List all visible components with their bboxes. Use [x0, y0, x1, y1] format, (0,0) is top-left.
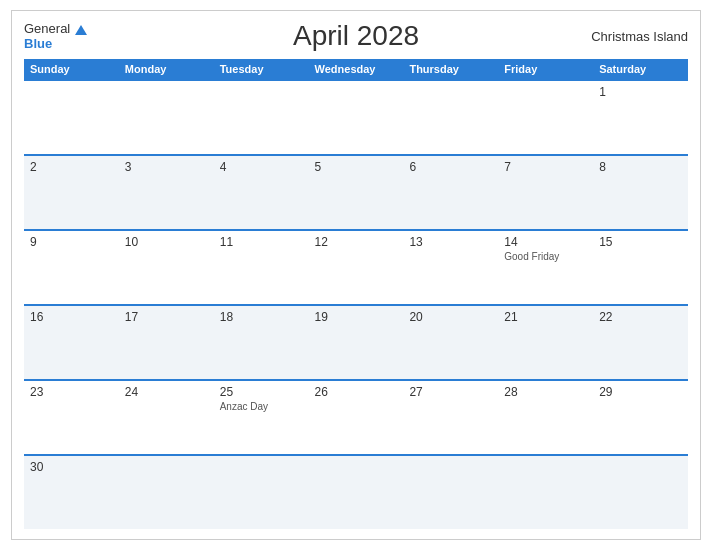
cell-event: Good Friday	[504, 251, 587, 262]
week-row-2: 2345678	[24, 154, 688, 229]
cell-date: 11	[220, 235, 303, 249]
calendar-cell: 9	[24, 231, 119, 304]
cell-date: 1	[599, 85, 682, 99]
cell-date: 25	[220, 385, 303, 399]
calendar-cell: 8	[593, 156, 688, 229]
cell-date: 21	[504, 310, 587, 324]
cell-date: 17	[125, 310, 208, 324]
calendar-title: April 2028	[293, 20, 419, 52]
calendar-cell	[24, 81, 119, 154]
day-header-thursday: Thursday	[403, 59, 498, 79]
calendar-cell	[403, 81, 498, 154]
cell-event: Anzac Day	[220, 401, 303, 412]
logo-blue-row: Blue	[24, 36, 52, 51]
calendar-cell: 5	[309, 156, 404, 229]
calendar-header: General Blue April 2028 Christmas Island	[24, 21, 688, 51]
calendar-cell: 14Good Friday	[498, 231, 593, 304]
cell-date: 19	[315, 310, 398, 324]
cell-date: 24	[125, 385, 208, 399]
region-label: Christmas Island	[591, 29, 688, 44]
calendar-cell: 21	[498, 306, 593, 379]
cell-date: 15	[599, 235, 682, 249]
cell-date: 20	[409, 310, 492, 324]
calendar-cell: 24	[119, 381, 214, 454]
day-header-wednesday: Wednesday	[309, 59, 404, 79]
cell-date: 3	[125, 160, 208, 174]
week-row-6: 30	[24, 454, 688, 529]
day-header-saturday: Saturday	[593, 59, 688, 79]
day-header-monday: Monday	[119, 59, 214, 79]
calendar-cell	[593, 456, 688, 529]
day-header-sunday: Sunday	[24, 59, 119, 79]
cell-date: 16	[30, 310, 113, 324]
calendar-cell: 22	[593, 306, 688, 379]
calendar-cell: 19	[309, 306, 404, 379]
calendar-cell: 16	[24, 306, 119, 379]
calendar-body: 1234567891011121314Good Friday1516171819…	[24, 79, 688, 529]
week-row-1: 1	[24, 79, 688, 154]
cell-date: 26	[315, 385, 398, 399]
day-headers: SundayMondayTuesdayWednesdayThursdayFrid…	[24, 59, 688, 79]
calendar-cell: 29	[593, 381, 688, 454]
calendar-cell: 30	[24, 456, 119, 529]
week-row-5: 232425Anzac Day26272829	[24, 379, 688, 454]
calendar-grid: SundayMondayTuesdayWednesdayThursdayFrid…	[24, 59, 688, 529]
cell-date: 9	[30, 235, 113, 249]
calendar-cell: 6	[403, 156, 498, 229]
cell-date: 6	[409, 160, 492, 174]
calendar-cell	[309, 81, 404, 154]
calendar-cell	[119, 456, 214, 529]
logo-area: General Blue	[24, 21, 87, 51]
calendar-cell	[498, 81, 593, 154]
calendar-container: General Blue April 2028 Christmas Island…	[11, 10, 701, 540]
calendar-cell: 23	[24, 381, 119, 454]
cell-date: 28	[504, 385, 587, 399]
calendar-cell: 27	[403, 381, 498, 454]
cell-date: 30	[30, 460, 113, 474]
week-row-3: 91011121314Good Friday15	[24, 229, 688, 304]
calendar-cell: 13	[403, 231, 498, 304]
cell-date: 23	[30, 385, 113, 399]
week-row-4: 16171819202122	[24, 304, 688, 379]
cell-date: 8	[599, 160, 682, 174]
cell-date: 29	[599, 385, 682, 399]
cell-date: 7	[504, 160, 587, 174]
calendar-cell	[309, 456, 404, 529]
calendar-cell	[214, 456, 309, 529]
day-header-tuesday: Tuesday	[214, 59, 309, 79]
cell-date: 5	[315, 160, 398, 174]
calendar-cell: 1	[593, 81, 688, 154]
calendar-cell: 18	[214, 306, 309, 379]
calendar-cell: 25Anzac Day	[214, 381, 309, 454]
cell-date: 10	[125, 235, 208, 249]
calendar-cell	[214, 81, 309, 154]
calendar-cell: 2	[24, 156, 119, 229]
cell-date: 22	[599, 310, 682, 324]
cell-date: 12	[315, 235, 398, 249]
cell-date: 14	[504, 235, 587, 249]
calendar-cell: 17	[119, 306, 214, 379]
calendar-cell	[119, 81, 214, 154]
calendar-cell: 3	[119, 156, 214, 229]
calendar-cell: 11	[214, 231, 309, 304]
calendar-cell: 26	[309, 381, 404, 454]
cell-date: 2	[30, 160, 113, 174]
calendar-cell: 10	[119, 231, 214, 304]
calendar-cell	[403, 456, 498, 529]
calendar-cell	[498, 456, 593, 529]
calendar-cell: 4	[214, 156, 309, 229]
day-header-friday: Friday	[498, 59, 593, 79]
calendar-cell: 12	[309, 231, 404, 304]
calendar-cell: 28	[498, 381, 593, 454]
calendar-cell: 15	[593, 231, 688, 304]
cell-date: 13	[409, 235, 492, 249]
cell-date: 18	[220, 310, 303, 324]
cell-date: 27	[409, 385, 492, 399]
calendar-cell: 7	[498, 156, 593, 229]
logo-triangle-icon	[75, 25, 87, 35]
calendar-cell: 20	[403, 306, 498, 379]
logo-general: General	[24, 21, 87, 36]
cell-date: 4	[220, 160, 303, 174]
